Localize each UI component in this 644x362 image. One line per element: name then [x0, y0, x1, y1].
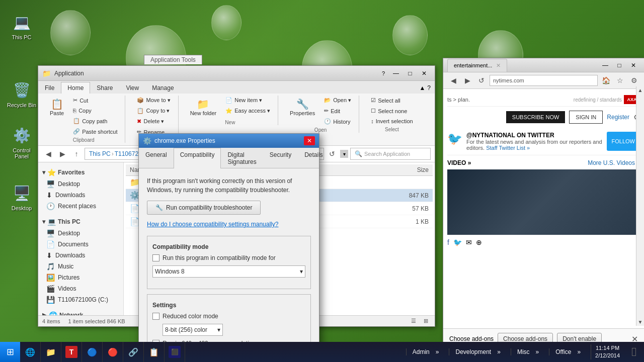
- browser-maximize-btn[interactable]: □: [613, 60, 626, 70]
- browser-star-btn[interactable]: ☆: [614, 74, 626, 86]
- color-dropdown[interactable]: 8-bit (256) color ▾: [163, 324, 223, 336]
- sidebar-item-pc-desktop[interactable]: 🖥️ Desktop: [38, 228, 123, 239]
- sidebar-item-videos[interactable]: 🎬 Videos: [38, 283, 123, 294]
- clock[interactable]: 11:14 PM 2/12/2014: [595, 344, 620, 360]
- history-btn[interactable]: 🕐 History: [320, 117, 355, 126]
- path-dropdown-btn[interactable]: ▾: [340, 150, 348, 158]
- email-icon[interactable]: ✉: [466, 238, 472, 246]
- dialog-tab-general[interactable]: General: [139, 148, 174, 168]
- browser-url-bar[interactable]: nytimes.com: [490, 75, 598, 86]
- browser-minimize-btn[interactable]: —: [599, 60, 612, 70]
- invert-selection-btn[interactable]: ↕ Invert selection: [367, 117, 416, 126]
- new-folder-btn[interactable]: 📁 New folder: [187, 96, 220, 119]
- ribbon-help-btn[interactable]: ?: [427, 84, 431, 92]
- properties-btn[interactable]: 🔧 Properties: [286, 96, 318, 126]
- office-tray-chevron[interactable]: »: [575, 348, 583, 355]
- dialog-tab-compatibility[interactable]: Compatibility: [174, 148, 221, 168]
- up-btn[interactable]: ↑: [70, 148, 83, 160]
- browser-forward-btn[interactable]: ▶: [461, 74, 473, 86]
- paste-btn[interactable]: 📋 Paste: [46, 96, 67, 136]
- copy-btn[interactable]: ⎘ Copy: [69, 106, 121, 115]
- large-icons-view-btn[interactable]: ⊞: [421, 316, 431, 326]
- setting-check-0[interactable]: [152, 313, 159, 320]
- more-videos-link[interactable]: More U.S. Videos »: [588, 159, 640, 166]
- move-to-btn[interactable]: 📦 Move to ▾: [133, 96, 174, 105]
- sidebar-item-recent[interactable]: 🕐 Recent places: [38, 201, 123, 212]
- dialog-tab-digital-signatures[interactable]: Digital Signatures: [221, 148, 263, 168]
- follow-button[interactable]: FOLLOW: [607, 132, 640, 151]
- ribbon-tab-file[interactable]: File: [38, 82, 61, 94]
- select-all-btn[interactable]: ☑ Select all: [367, 96, 416, 105]
- scroll-up-arrow[interactable]: ▲: [636, 86, 644, 94]
- show-desktop-btn[interactable]: [628, 342, 640, 362]
- browser-back-btn[interactable]: ◀: [447, 74, 459, 86]
- subscribe-button[interactable]: SUBSCRIBE NOW: [506, 111, 566, 123]
- explorer-minimize-btn[interactable]: —: [389, 68, 403, 78]
- edit-btn[interactable]: ✏ Edit: [320, 106, 355, 116]
- taskbar-dev-app[interactable]: ⬛: [165, 342, 185, 362]
- dialog-tab-details[interactable]: Details: [298, 148, 330, 168]
- desktop-icon-this-pc[interactable]: 💻 This PC: [4, 10, 39, 42]
- favorites-header[interactable]: ▾ ⭐ Favorites: [38, 166, 123, 178]
- search-box[interactable]: 🔍 Search Application: [350, 148, 431, 160]
- desktop-icon-control-panel[interactable]: ⚙️ Control Panel: [4, 123, 39, 161]
- help-icon[interactable]: ?: [378, 68, 388, 78]
- taskbar-text-app[interactable]: T: [61, 342, 82, 362]
- dialog-close-btn[interactable]: ✕: [304, 136, 315, 145]
- compat-mode-dropdown[interactable]: Windows 8 ▾: [152, 265, 305, 278]
- delete-btn[interactable]: ✖ Delete ▾: [133, 117, 174, 126]
- misc-tray-chevron[interactable]: »: [534, 348, 541, 355]
- taskbar-chrome[interactable]: 🔴: [103, 342, 123, 362]
- tray-chevron[interactable]: »: [434, 348, 441, 355]
- cut-btn[interactable]: ✂ Cut: [69, 96, 121, 105]
- easy-access-btn[interactable]: ⭐ Easy access ▾: [222, 106, 274, 116]
- compat-mode-checkbox[interactable]: [152, 254, 159, 261]
- desktop-icon-desktop[interactable]: 🖥️ Desktop: [4, 181, 39, 213]
- dialog-tab-security[interactable]: Security: [263, 148, 298, 168]
- signin-button[interactable]: SIGN IN: [569, 111, 603, 124]
- tab-close-icon[interactable]: ✕: [496, 62, 501, 69]
- register-link[interactable]: Register: [607, 114, 629, 121]
- more-icon[interactable]: ⊕: [476, 238, 482, 246]
- scroll-down-arrow[interactable]: ▼: [636, 318, 644, 326]
- select-none-btn[interactable]: ☐ Select none: [367, 106, 416, 116]
- taskbar-app-7[interactable]: 📋: [144, 342, 165, 362]
- twitter-staff-link[interactable]: Staff Twitter List »: [486, 145, 530, 151]
- help-link[interactable]: How do I choose compatibility settings m…: [147, 221, 311, 228]
- explorer-close-btn[interactable]: ✕: [418, 68, 431, 78]
- copy-to-btn[interactable]: 📋 Copy to ▾: [133, 106, 174, 116]
- run-troubleshooter-btn[interactable]: 🔧 Run compatibility troubleshooter: [147, 201, 261, 215]
- browser-close-btn[interactable]: ✕: [627, 60, 640, 70]
- taskbar-folder[interactable]: 📁: [41, 342, 61, 362]
- column-size-header[interactable]: Size: [382, 164, 433, 175]
- browser-tab[interactable]: entertainment... ✕: [447, 59, 507, 72]
- sidebar-item-documents[interactable]: 📄 Documents: [38, 239, 123, 250]
- taskbar-network-app[interactable]: 🔗: [123, 342, 144, 362]
- twitter-share-icon[interactable]: 🐦: [453, 238, 462, 246]
- network-header[interactable]: ▶ 🌐 Network: [38, 309, 123, 315]
- sidebar-item-music[interactable]: 🎵 Music: [38, 261, 123, 272]
- sidebar-item-desktop[interactable]: 🖥️ Desktop: [38, 178, 123, 190]
- browser-settings-nav-btn[interactable]: ⚙: [628, 74, 640, 86]
- ribbon-tab-view[interactable]: View: [119, 82, 145, 94]
- ribbon-collapse-btn[interactable]: ▲: [419, 84, 425, 92]
- sidebar-item-drive[interactable]: 💾 T110672100G (C:): [38, 294, 123, 305]
- copy-path-btn[interactable]: 📋 Copy path: [69, 116, 121, 126]
- desktop-icon-recycle-bin[interactable]: 🗑️ Recycle Bin: [4, 78, 39, 110]
- paste-shortcut-btn[interactable]: 🔗 Paste shortcut: [69, 127, 121, 136]
- ribbon-tab-share[interactable]: Share: [90, 82, 119, 94]
- app-tools-tab[interactable]: Application Tools: [144, 55, 202, 64]
- dev-tray-chevron[interactable]: »: [495, 348, 503, 355]
- back-btn[interactable]: ◀: [42, 148, 54, 160]
- taskbar-globe[interactable]: 🔵: [82, 342, 103, 362]
- this-pc-header[interactable]: ▾ 💻 This PC: [38, 216, 123, 228]
- browser-scrollbar[interactable]: ▲ ▼: [636, 86, 644, 326]
- explorer-maximize-btn[interactable]: □: [404, 68, 417, 78]
- sidebar-item-pictures[interactable]: 🖼️ Pictures: [38, 272, 123, 283]
- video-thumbnail[interactable]: ▶: [447, 169, 640, 235]
- new-item-btn[interactable]: 📄 New item ▾: [222, 96, 274, 105]
- path-this-pc[interactable]: This PC: [89, 150, 111, 157]
- sidebar-item-pc-downloads[interactable]: ⬇ Downloads: [38, 250, 123, 261]
- start-button[interactable]: ⊞: [0, 342, 20, 362]
- browser-home-btn[interactable]: 🏠: [600, 74, 612, 86]
